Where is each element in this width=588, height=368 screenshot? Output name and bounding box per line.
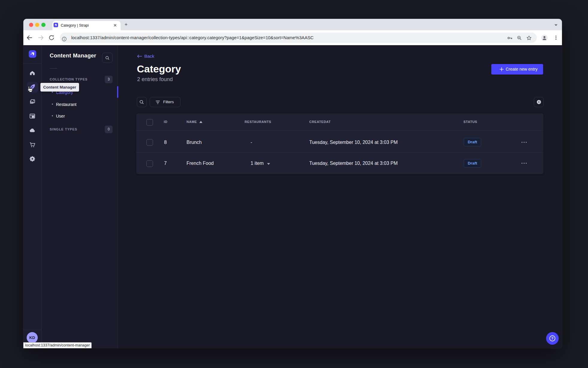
svg-text:?: ? (551, 337, 553, 340)
